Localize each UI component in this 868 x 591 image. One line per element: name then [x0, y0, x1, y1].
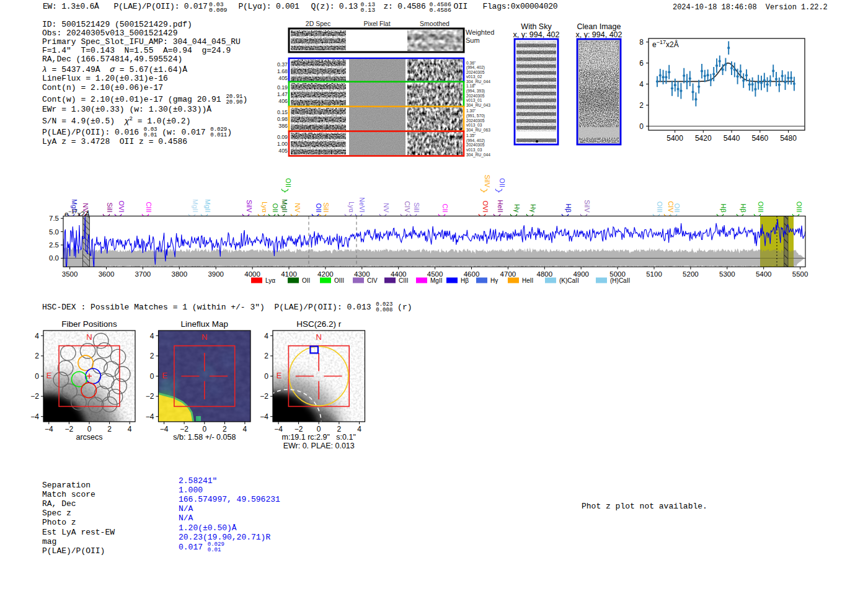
svg-text:−4: −4 [45, 425, 53, 433]
svg-text:HSC(26.2) r: HSC(26.2) r [296, 319, 342, 329]
svg-text:4700: 4700 [500, 270, 516, 278]
svg-text:CIII: CIII [399, 277, 409, 284]
svg-text:5100: 5100 [646, 270, 662, 278]
svg-text:4200: 4200 [317, 270, 334, 278]
svg-text:8: 8 [639, 38, 644, 47]
svg-text:0: 0 [87, 425, 92, 433]
svg-text:−4: −4 [30, 412, 39, 421]
svg-text:s/b: 1.58 +/- 0.058: s/b: 1.58 +/- 0.058 [173, 433, 236, 442]
svg-text:2: 2 [107, 425, 112, 433]
svg-text:−2: −2 [30, 392, 39, 401]
svg-text:1.30": 1.30" [466, 109, 476, 113]
svg-text:0.15: 0.15 [277, 109, 288, 115]
svg-text:5.0: 5.0 [49, 228, 59, 236]
svg-text:406: 406 [278, 98, 288, 104]
svg-text:−2: −2 [146, 392, 154, 401]
svg-text:Lyα: Lyα [265, 277, 275, 284]
svg-text:Hβ: Hβ [740, 203, 747, 212]
svg-text:Hβ: Hβ [461, 277, 469, 284]
svg-text:1.35": 1.35" [466, 133, 476, 138]
svg-text:arcsecs: arcsecs [76, 433, 102, 442]
svg-text:e−17x2Å: e−17x2Å [652, 39, 679, 49]
svg-text:Clean Image: Clean Image [577, 22, 621, 31]
svg-text:5500: 5500 [792, 270, 808, 278]
svg-text:3600: 3600 [99, 270, 115, 278]
svg-text:OII: OII [673, 203, 681, 213]
svg-text:EWr: 0. PLAE: 0.013: EWr: 0. PLAE: 0.013 [283, 442, 355, 450]
svg-text:20240305: 20240305 [466, 118, 485, 123]
svg-text:4800: 4800 [537, 270, 553, 278]
svg-text:x, y: 994, 402: x, y: 994, 402 [575, 30, 622, 39]
svg-text:4: 4 [128, 425, 132, 433]
svg-text:N: N [86, 332, 92, 342]
svg-text:(K)CaII: (K)CaII [559, 277, 579, 284]
svg-text:−2: −2 [260, 392, 268, 401]
svg-text:386: 386 [278, 123, 288, 129]
svg-text:5460: 5460 [751, 134, 768, 143]
svg-text:2: 2 [264, 352, 268, 360]
svg-text:N: N [316, 332, 322, 342]
svg-text:Hβ: Hβ [720, 203, 727, 212]
svg-text:HeII: HeII [497, 200, 504, 212]
svg-text:2: 2 [337, 425, 342, 433]
svg-text:CIV: CIV [367, 277, 378, 284]
svg-text:OII: OII [498, 178, 506, 187]
svg-text:0.0: 0.0 [49, 254, 59, 262]
svg-text:MgII: MgII [192, 199, 199, 212]
svg-text:E: E [46, 371, 52, 380]
svg-text:NV: NV [383, 203, 390, 213]
svg-text:N: N [202, 332, 207, 342]
svg-text:0.09: 0.09 [277, 134, 288, 140]
svg-text:SiIV: SiIV [484, 175, 491, 188]
svg-text:−4: −4 [260, 412, 268, 421]
svg-text:4: 4 [243, 425, 247, 433]
svg-text:OII: OII [285, 178, 292, 187]
svg-text:Lyα: Lyα [261, 202, 268, 213]
svg-text:Sum: Sum [466, 37, 480, 44]
svg-text:SiIV: SiIV [583, 200, 591, 213]
svg-text:−2: −2 [65, 425, 74, 433]
svg-text:0: 0 [264, 372, 268, 381]
svg-text:−2: −2 [180, 425, 188, 433]
svg-text:E: E [277, 371, 282, 380]
svg-text:5400: 5400 [666, 134, 683, 143]
svg-text:(H)CaII: (H)CaII [610, 277, 630, 284]
svg-text:OVI: OVI [118, 201, 125, 213]
svg-text:SiII: SiII [106, 203, 113, 213]
svg-text:3500: 3500 [62, 270, 78, 278]
svg-text:−4: −4 [146, 412, 154, 421]
svg-text:−4: −4 [274, 425, 283, 433]
svg-text:OII: OII [315, 203, 322, 213]
svg-text:Hγ: Hγ [513, 204, 521, 213]
svg-text:4: 4 [150, 332, 154, 340]
svg-text:4000: 4000 [244, 270, 260, 278]
svg-text:0: 0 [35, 372, 39, 381]
svg-text:CIII: CIII [145, 202, 153, 212]
svg-text:5300: 5300 [719, 270, 735, 278]
svg-text:304_RU_044: 304_RU_044 [466, 153, 490, 158]
svg-text:304_RU_043: 304_RU_043 [466, 103, 490, 108]
svg-text:Smoothed: Smoothed [420, 20, 450, 27]
svg-text:1.68: 1.68 [277, 68, 288, 74]
svg-text:Lyα: Lyα [348, 202, 355, 213]
svg-text:405: 405 [278, 75, 288, 81]
svg-text:5480: 5480 [780, 134, 797, 143]
svg-text:20240305: 20240305 [466, 70, 485, 74]
svg-text:x, y: 994, 402: x, y: 994, 402 [513, 30, 559, 39]
svg-text:E: E [162, 371, 167, 380]
svg-text:−4: −4 [160, 425, 169, 433]
svg-text:Hγ: Hγ [490, 277, 498, 284]
svg-text:7.5: 7.5 [49, 215, 59, 222]
svg-text:CIV: CIV [404, 201, 411, 213]
svg-text:1.18": 1.18" [466, 84, 476, 88]
svg-text:OVI: OVI [482, 201, 489, 213]
svg-text:2: 2 [35, 352, 39, 360]
svg-text:0.36": 0.36" [466, 61, 476, 65]
svg-text:NeVI: NeVI [358, 197, 366, 212]
svg-text:Hβ: Hβ [565, 203, 572, 212]
svg-text:4: 4 [639, 80, 644, 89]
svg-text:Fiber Positions: Fiber Positions [61, 319, 117, 329]
svg-text:OII: OII [272, 203, 279, 213]
svg-text:OIII: OIII [334, 277, 344, 284]
svg-text:20240305: 20240305 [466, 143, 485, 147]
